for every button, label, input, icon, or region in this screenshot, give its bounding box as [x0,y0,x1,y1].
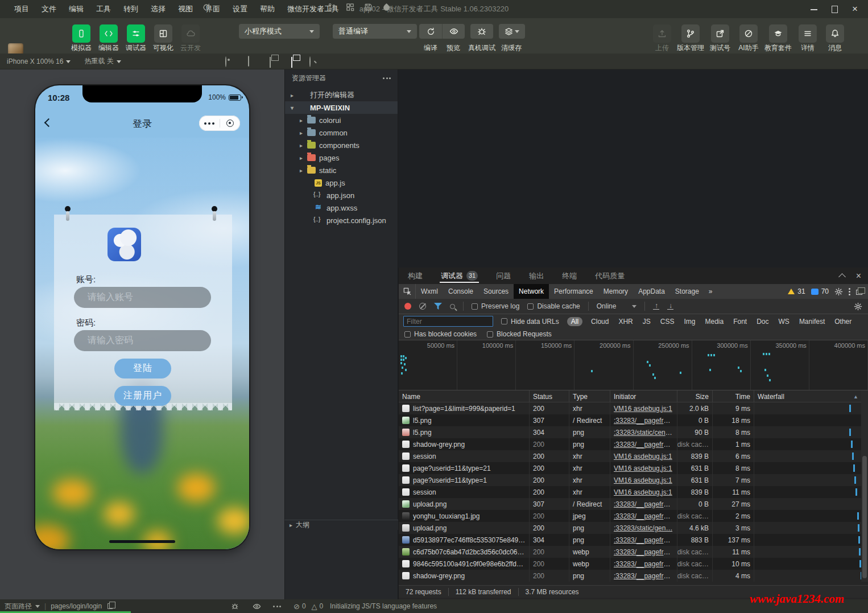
paint-tool-icon[interactable] [382,3,391,14]
compile-mode-select[interactable]: 普通编译 [333,24,417,39]
menu-item[interactable]: 设置 [226,0,254,18]
request-initiator-link[interactable]: :33283/static/gen… [614,524,672,532]
throttling-select[interactable]: Online [597,302,637,310]
preview-button[interactable] [442,24,465,39]
tree-item[interactable]: ▸ 打开的编辑器 [285,89,398,101]
column-header-type[interactable]: Type [569,390,610,402]
close-button[interactable]: × [851,5,859,13]
column-header-waterfall[interactable]: Waterfall ▲ [754,390,862,402]
menu-item[interactable]: 选择 [144,0,172,18]
has-blocked-cookies-checkbox[interactable]: Has blocked cookies [404,330,477,338]
tab-build[interactable]: 构建 [399,268,432,284]
tab-output[interactable]: 输出 [520,268,553,284]
type-filter-pill[interactable]: Manifest [798,317,826,326]
request-initiator-link[interactable]: :33283/__pagefra… [614,572,673,580]
problems-status[interactable]: ⊘ 0 △ 0 [289,602,328,611]
search-icon[interactable] [309,57,311,67]
more-tabs-icon[interactable]: » [704,287,717,295]
search-icon[interactable] [450,304,455,309]
inspect-icon[interactable] [399,284,416,299]
multi-window-icon[interactable] [270,57,271,68]
outline-section[interactable]: ▸ 大纲 [284,520,398,530]
register-button[interactable]: 注册用户 [114,386,171,406]
compile-button[interactable] [419,24,442,39]
menu-item[interactable]: 转到 [117,0,144,18]
tree-item[interactable]: project.config.json [285,214,398,227]
hot-reload-toggle[interactable]: 热重载 关 [77,56,127,66]
network-request-row[interactable]: page?userid=11&type=1 200 xhr VM16 asdeb… [399,474,868,486]
login-button[interactable]: 登陆 [114,359,171,379]
type-filter-pill[interactable]: Other [833,317,853,326]
menu-item[interactable]: 帮助 [254,0,281,18]
edu-suite-button[interactable] [769,24,787,43]
request-initiator-link[interactable]: VM16 asdebug.js:1 [614,405,672,413]
tab-problems[interactable]: 问题 [487,268,520,284]
request-initiator-link[interactable]: :33283/__pagefra… [614,417,673,425]
tree-item[interactable]: app.js [285,176,398,189]
type-filter-pill[interactable]: WS [778,317,791,326]
tree-item[interactable]: ▸ common [285,126,398,139]
request-initiator-link[interactable]: VM16 asdebug.js:1 [614,452,672,460]
device-debug-button[interactable] [470,24,493,39]
network-request-row[interactable]: d59138977ec746ff8c5353075e849ac… 304 png… [399,534,868,546]
upload-button[interactable] [653,24,671,43]
type-filter-pill[interactable]: JS [642,317,652,326]
request-initiator-link[interactable]: :33283/__pagefra… [614,500,673,508]
type-filter-pill[interactable]: Img [683,317,696,326]
network-request-row[interactable]: shadow-grey.png 200 png :33283/__pagefra… [399,570,868,582]
gear-icon[interactable] [834,287,843,296]
type-filter-pill[interactable]: XHR [617,317,634,326]
tree-item[interactable]: ▾ MP-WEIXIN [285,101,398,114]
record-network-icon[interactable] [404,303,411,310]
menu-item[interactable]: 工具 [90,0,117,18]
type-filter-pill[interactable]: Font [732,317,748,326]
import-har-icon[interactable]: ↑ [653,303,659,310]
minimize-button[interactable] [810,5,818,13]
column-header-time[interactable]: Time [713,390,754,402]
current-page-path[interactable]: pages/login/login [46,602,117,610]
type-filter-pill[interactable]: Media [704,317,725,326]
tab-network[interactable]: Network [514,284,549,299]
type-filter-pill[interactable]: Doc [755,317,770,326]
files-icon[interactable] [291,57,292,68]
clear-network-icon[interactable] [419,303,426,310]
tab-memory[interactable]: Memory [598,284,633,299]
tree-item[interactable]: ▸ colorui [285,114,398,126]
tab-debugger[interactable]: 调试器31 [432,268,487,284]
network-request-row[interactable]: upload.png 200 png :33283/static/gen… 4.… [399,522,868,534]
column-header-status[interactable]: Status [530,390,569,402]
request-initiator-link[interactable]: :33283/__pagefra… [614,441,673,449]
password-input[interactable]: 请输入密码 [74,330,211,351]
network-timeline[interactable]: 50000 ms100000 ms150000 ms200000 ms25000… [399,340,868,390]
request-initiator-link[interactable]: :33283/__pagefra… [614,536,673,544]
maximize-button[interactable] [830,5,838,13]
column-header-name[interactable]: Name [399,390,530,402]
mode-select[interactable]: 小程序模式 [239,24,320,39]
tab-appdata[interactable]: AppData [633,284,670,299]
ai-assistant-button[interactable] [739,24,758,43]
cloud-dev-button[interactable] [181,24,200,43]
kebab-menu-icon[interactable] [849,288,850,295]
rotate-icon[interactable] [202,3,211,14]
tab-code-quality[interactable]: 代码质量 [586,268,634,284]
network-request-row[interactable]: l5.png 307 / Redirect :33283/__pagefra… … [399,414,868,426]
record-icon[interactable] [225,57,226,67]
simulator-button[interactable] [72,24,90,43]
network-request-row[interactable]: l5.png 304 png :33283/static/cent… 90 B … [399,426,868,438]
menu-item[interactable]: 编辑 [63,0,90,18]
extensions-icon[interactable] [346,3,354,14]
tab-sources[interactable]: Sources [478,284,514,299]
export-har-icon[interactable]: ↓ [667,303,673,310]
tree-item[interactable]: app.json [285,189,398,201]
version-control-button[interactable] [681,24,700,43]
close-panel-icon[interactable]: × [856,271,861,281]
tab-performance[interactable]: Performance [549,284,598,299]
tab-console[interactable]: Console [443,284,478,299]
source-control-icon[interactable] [328,3,336,14]
type-filter-pill[interactable]: CSS [659,317,676,326]
request-initiator-link[interactable]: :33283/__pagefra… [614,560,673,568]
dock-side-icon[interactable] [856,290,862,295]
close-capsule-icon[interactable] [220,120,241,127]
request-initiator-link[interactable]: VM16 asdebug.js:1 [614,488,672,496]
message-button[interactable] [826,24,844,43]
